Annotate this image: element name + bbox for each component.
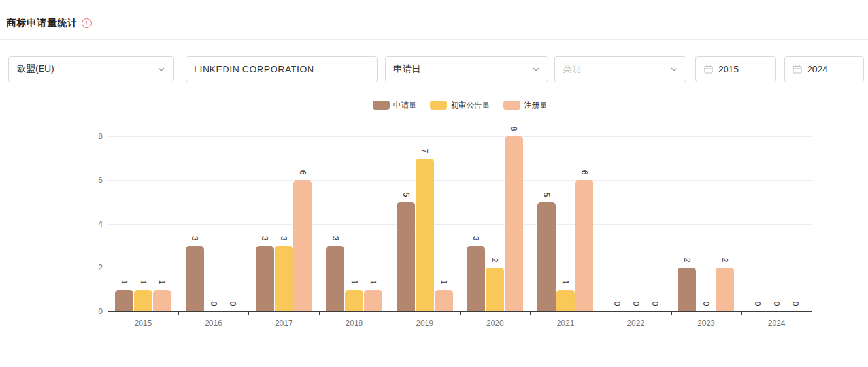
bar[interactable] <box>435 290 453 312</box>
date-type-select-value: 申请日 <box>393 63 532 75</box>
bar-value-label: 8 <box>509 124 518 133</box>
bar-value-label: 7 <box>420 146 429 155</box>
y-axis-label: 8 <box>78 132 103 141</box>
calendar-icon <box>793 65 802 74</box>
bar-value-label: 0 <box>612 299 622 308</box>
bar-value-label: 1 <box>139 278 148 287</box>
x-axis-tick <box>108 312 108 315</box>
bar[interactable] <box>364 290 382 312</box>
calendar-icon <box>704 65 713 74</box>
legend-item-applications[interactable]: 申请量 <box>373 100 417 111</box>
year-from-value: 2015 <box>718 64 739 74</box>
chevron-down-icon <box>670 65 678 73</box>
bar-value-label: 3 <box>279 234 288 243</box>
gridline <box>108 180 812 181</box>
x-axis-tick <box>812 312 812 315</box>
plot-area: 0246820152016201720182019202020212022202… <box>108 137 812 312</box>
chart-legend: 申请量 初审公告量 注册量 <box>108 100 812 110</box>
bar[interactable] <box>556 290 575 312</box>
bar[interactable] <box>326 246 344 312</box>
bar[interactable] <box>716 268 734 311</box>
date-type-select[interactable]: 申请日 <box>385 56 548 82</box>
bar-value-label: 1 <box>350 278 359 287</box>
category-select-placeholder: 类别 <box>563 63 670 75</box>
bar[interactable] <box>537 202 556 312</box>
bar[interactable] <box>505 136 523 311</box>
legend-item-registrations[interactable]: 注册量 <box>503 100 548 111</box>
y-axis-label: 2 <box>78 263 103 272</box>
bar-value-label: 5 <box>542 190 551 199</box>
bar[interactable] <box>416 159 434 312</box>
bar-value-label: 0 <box>631 299 641 308</box>
header: 商标申请量统计 i <box>7 17 92 29</box>
bar-value-label: 6 <box>298 168 307 177</box>
category-select[interactable]: 类别 <box>554 56 686 82</box>
bar[interactable] <box>486 268 504 311</box>
x-axis-tick <box>248 312 249 315</box>
x-axis-tick <box>178 312 179 315</box>
legend-label: 申请量 <box>393 100 417 111</box>
bar[interactable] <box>345 290 363 312</box>
bar-value-label: 3 <box>471 234 480 243</box>
bar-value-label: 5 <box>401 190 410 199</box>
bar[interactable] <box>678 268 696 311</box>
x-axis-label: 2017 <box>248 319 319 328</box>
bar[interactable] <box>467 246 485 312</box>
bar[interactable] <box>186 246 204 312</box>
header-divider <box>0 39 868 40</box>
gridline <box>108 136 812 137</box>
legend-swatch <box>430 101 447 110</box>
legend-swatch <box>503 101 520 110</box>
year-from-picker[interactable]: 2015 <box>695 56 776 82</box>
y-axis-label: 0 <box>78 307 103 316</box>
bar[interactable] <box>256 246 274 312</box>
bar-value-label: 2 <box>490 255 499 264</box>
bar-value-label: 1 <box>561 278 570 287</box>
x-axis-tick <box>741 312 742 315</box>
bar-value-label: 1 <box>120 278 129 287</box>
y-axis-label: 4 <box>78 219 103 229</box>
year-to-value: 2024 <box>807 64 827 74</box>
bar[interactable] <box>134 290 152 312</box>
bar[interactable] <box>293 180 312 311</box>
bar[interactable] <box>575 180 593 311</box>
bar-value-label: 1 <box>369 278 378 287</box>
applicant-input[interactable] <box>194 64 369 74</box>
legend-label: 注册量 <box>524 100 548 111</box>
x-axis-label: 2016 <box>178 319 249 328</box>
bar-value-label: 1 <box>158 278 167 287</box>
bar[interactable] <box>275 246 293 312</box>
top-divider <box>0 7 868 7</box>
bar-value-label: 2 <box>720 255 729 264</box>
bar-value-label: 3 <box>190 234 199 243</box>
gridline <box>108 224 812 225</box>
page-title: 商标申请量统计 <box>7 17 78 29</box>
x-axis-tick <box>671 312 672 315</box>
legend-swatch <box>373 101 390 110</box>
legend-label: 初审公告量 <box>451 100 490 111</box>
bar[interactable] <box>115 290 133 312</box>
bar-value-label: 0 <box>228 299 237 308</box>
bar[interactable] <box>397 202 415 312</box>
info-icon[interactable]: i <box>82 18 92 28</box>
region-select-value: 欧盟(EU) <box>17 63 158 75</box>
bar-value-label: 0 <box>753 299 762 308</box>
bar-value-label: 0 <box>650 299 659 308</box>
gridline <box>108 268 812 268</box>
trademark-stats-panel: 商标申请量统计 i 欧盟(EU) 申请日 类别 <box>0 0 868 367</box>
bar-value-label: 6 <box>580 168 589 177</box>
legend-item-preliminary-approvals[interactable]: 初审公告量 <box>430 100 490 111</box>
x-axis-label: 2024 <box>741 319 812 328</box>
bar-value-label: 3 <box>331 234 340 243</box>
x-axis-tick <box>319 312 320 315</box>
bar-value-label: 1 <box>439 278 448 287</box>
year-to-picker[interactable]: 2024 <box>784 56 864 82</box>
chevron-down-icon <box>158 65 165 73</box>
x-axis-tick <box>530 312 531 315</box>
x-axis-tick <box>460 312 461 315</box>
bar[interactable] <box>153 290 171 312</box>
x-axis-label: 2019 <box>390 319 460 328</box>
x-axis-label: 2018 <box>319 319 390 328</box>
x-axis-label: 2022 <box>601 319 671 328</box>
region-select[interactable]: 欧盟(EU) <box>8 56 174 82</box>
